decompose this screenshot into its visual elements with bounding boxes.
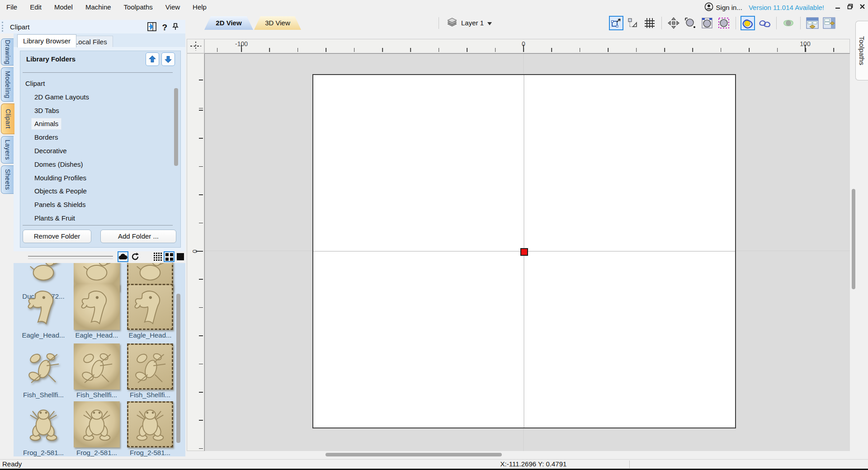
- library-folders-header: Library Folders: [26, 55, 75, 63]
- move-down-icon[interactable]: [161, 52, 175, 66]
- layout-horizontal-icon[interactable]: [805, 16, 820, 30]
- pan-icon[interactable]: [666, 16, 681, 30]
- clipart-thumbnail[interactable]: Eagle_Head...: [18, 284, 69, 339]
- application-window: FileEditModelMachineToolpathsViewHelp Si…: [0, 0, 868, 470]
- clipart-thumbnail[interactable]: Fish_Shellfi...: [18, 343, 69, 399]
- eagle-relief-image: [74, 284, 120, 330]
- panel-autohide-icon[interactable]: [146, 21, 157, 34]
- thumbnail-label: Fish_Shellfi...: [18, 391, 69, 399]
- pin-icon[interactable]: [172, 23, 179, 33]
- eagle-relief-image: [20, 284, 66, 330]
- folder-item-animals[interactable]: Animals: [32, 118, 61, 129]
- library-tabs-row: Library Browser Local Files: [14, 33, 185, 47]
- toolbar-separator: [661, 17, 662, 29]
- folder-item-2d-game-layouts[interactable]: 2D Game Layouts: [32, 92, 92, 103]
- clipart-thumbnail[interactable]: Eagle_Head...: [125, 284, 175, 339]
- menu-item-edit[interactable]: Edit: [24, 0, 48, 14]
- divider: [23, 72, 173, 73]
- sidebar-tab-clipart[interactable]: Clipart: [1, 103, 14, 134]
- menu-item-machine[interactable]: Machine: [79, 0, 118, 14]
- zoom-box-icon[interactable]: [700, 16, 714, 30]
- transform-icon[interactable]: [609, 16, 623, 30]
- user-icon: [704, 2, 713, 13]
- layout-vertical-icon[interactable]: [822, 16, 836, 30]
- folder-item-3d-tabs[interactable]: 3D Tabs: [32, 105, 62, 116]
- drawing-canvas[interactable]: [204, 53, 850, 451]
- sign-in-button[interactable]: Sign in...: [704, 2, 742, 13]
- thumbnail-size-slider[interactable]: [28, 256, 113, 259]
- panel-title: Clipart: [10, 23, 29, 31]
- measure-icon[interactable]: [626, 16, 640, 30]
- sidebar-tab-modeling[interactable]: Modeling: [1, 67, 14, 102]
- folder-item-panels-shields[interactable]: Panels & Shields: [32, 199, 88, 210]
- grid-icon[interactable]: [642, 16, 657, 30]
- menu-item-file[interactable]: File: [0, 0, 24, 14]
- toolpaths-tab-label: Toolpaths: [858, 36, 866, 65]
- preview-3d-icon[interactable]: [781, 16, 796, 30]
- toggle-2d3d-icon[interactable]: [741, 16, 755, 30]
- crayfish-relief-image: [20, 343, 66, 390]
- folder-item-domes-dishes-[interactable]: Domes (Dishes): [32, 159, 86, 170]
- thumbnails-scrollbar[interactable]: [176, 294, 180, 443]
- cloud-icon[interactable]: [118, 251, 128, 262]
- thumbnail-label: Fish_Shellfi...: [125, 391, 175, 399]
- tab-3d-view[interactable]: 3D View: [254, 16, 301, 30]
- horizontal-scrollbar[interactable]: [204, 451, 850, 459]
- layers-icon: [447, 17, 458, 28]
- status-bar: Ready X:-111.2696 Y: 0.4791: [0, 459, 868, 469]
- close-icon[interactable]: [859, 3, 865, 11]
- clipart-thumbnail[interactable]: Frog_2-581...: [125, 401, 175, 456]
- thumbnail-label: Frog_2-581...: [71, 449, 122, 456]
- panel-grip-handle[interactable]: [2, 22, 5, 32]
- frog-relief-image: [127, 401, 173, 447]
- thumb-size-medium-icon[interactable]: [164, 251, 175, 262]
- minimize-icon[interactable]: [835, 3, 841, 11]
- multi-view-icon[interactable]: [757, 16, 772, 30]
- folder-item-objects-people[interactable]: Objects & People: [32, 186, 90, 197]
- tab-library-browser[interactable]: Library Browser: [17, 34, 76, 47]
- add-folder-button[interactable]: Add Folder ...: [100, 230, 176, 243]
- sidebar-tab-layers[interactable]: Layers: [1, 136, 14, 164]
- thumb-size-small-icon[interactable]: [152, 251, 163, 262]
- thumbnail-label: Frog_2-581...: [18, 449, 69, 456]
- help-icon[interactable]: ?: [162, 23, 167, 33]
- clipart-thumbnail[interactable]: Frog_2-581...: [18, 401, 69, 456]
- menu-item-view[interactable]: View: [159, 0, 186, 14]
- vertical-scrollbar[interactable]: [850, 53, 858, 451]
- folder-item-borders[interactable]: Borders: [32, 132, 61, 143]
- view-toolbar: [609, 16, 836, 30]
- crayfish-relief-image: [74, 343, 120, 390]
- vertical-scrollbar-thumb[interactable]: [852, 189, 855, 289]
- thumbnail-grid: Duck_3-572...Duck_3-572...Duck_3-572...E…: [14, 263, 185, 456]
- clipart-thumbnail[interactable]: Fish_Shellfi...: [125, 343, 175, 399]
- folder-item-moulding-profiles[interactable]: Moulding Profiles: [32, 173, 89, 183]
- tab-2d-view[interactable]: 2D View: [204, 16, 253, 30]
- menu-item-toolpaths[interactable]: Toolpaths: [118, 0, 159, 14]
- layer-selector[interactable]: Layer 1: [447, 17, 492, 28]
- clipart-thumbnail[interactable]: Eagle_Head...: [71, 284, 122, 339]
- version-link[interactable]: Version 11.014 Available!: [749, 4, 824, 11]
- zoom-selection-icon[interactable]: [717, 16, 731, 30]
- view-tab-bar: 2D View 3D View Layer 1: [185, 14, 868, 35]
- zoom-icon[interactable]: [683, 16, 698, 30]
- folder-item-clipart[interactable]: Clipart: [23, 78, 47, 89]
- sidebar-tab-drawing[interactable]: Drawing: [1, 38, 14, 66]
- horizontal-scrollbar-thumb[interactable]: [326, 453, 502, 456]
- move-up-icon[interactable]: [146, 52, 159, 66]
- sidebar-tab-sheets[interactable]: Sheets: [1, 165, 14, 194]
- tab-toolpaths[interactable]: Toolpaths: [855, 21, 868, 80]
- thumb-size-large-icon[interactable]: [175, 251, 186, 262]
- menu-item-help[interactable]: Help: [186, 0, 213, 14]
- origin-marker: [520, 248, 528, 256]
- restore-icon[interactable]: [847, 3, 853, 11]
- menu-item-model[interactable]: Model: [48, 0, 79, 14]
- folders-scrollbar[interactable]: [174, 88, 178, 166]
- divider: [629, 461, 630, 468]
- clipart-thumbnail[interactable]: Frog_2-581...: [71, 401, 122, 456]
- clipart-thumbnail[interactable]: Fish_Shellfi...: [71, 343, 122, 399]
- folder-item-plants-fruit[interactable]: Plants & Fruit: [32, 213, 78, 224]
- ruler-origin-icon: [187, 39, 204, 53]
- folder-item-decorative[interactable]: Decorative: [32, 146, 70, 156]
- refresh-icon[interactable]: [130, 251, 141, 262]
- remove-folder-button[interactable]: Remove Folder: [23, 230, 91, 243]
